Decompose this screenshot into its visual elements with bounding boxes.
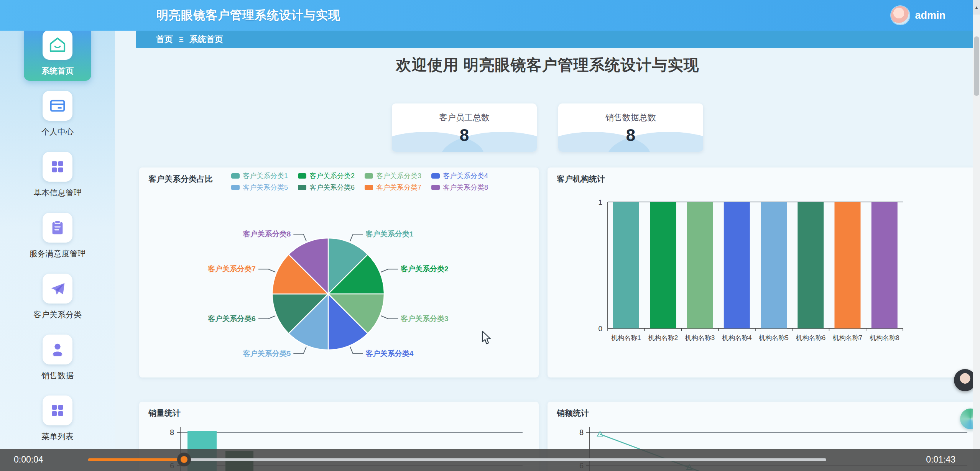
sidebar-item-label: 个人中心 xyxy=(41,126,74,137)
sidebar-item-label: 系统首页 xyxy=(41,66,74,76)
org-bar-chart: 10机构名称1机构名称2机构名称3机构名称4机构名称5机构名称6机构名称7机构名… xyxy=(548,167,976,377)
org-bar-6 xyxy=(835,202,861,328)
breadcrumb-current[interactable]: 系统首页 xyxy=(189,34,223,45)
sidebar-item-label: 菜单列表 xyxy=(41,431,74,442)
legend-item-0[interactable]: 客户关系分类1 xyxy=(231,171,288,181)
pie-label-line xyxy=(293,234,306,241)
pie-chart: 客户关系分类1客户关系分类2客户关系分类3客户关系分类4客户关系分类5客户关系分… xyxy=(139,167,539,377)
sidebar-item-2[interactable]: 基本信息管理 xyxy=(24,148,91,203)
pie-label-7: 客户关系分类8 xyxy=(243,230,291,238)
org-bar-label-1: 机构名称2 xyxy=(648,334,678,341)
y-tick-8: 8 xyxy=(579,428,584,437)
user-avatar[interactable] xyxy=(891,6,909,25)
org-bar-panel: 客户机构统计 10机构名称1机构名称2机构名称3机构名称4机构名称5机构名称6机… xyxy=(548,167,976,377)
legend-item-6[interactable]: 客户关系分类7 xyxy=(365,183,421,192)
legend-item-5[interactable]: 客户关系分类6 xyxy=(298,183,355,192)
pie-label-4: 客户关系分类5 xyxy=(243,350,291,358)
legend-item-3[interactable]: 客户关系分类4 xyxy=(431,171,488,181)
stat-card-sales: 销售数据总数 8 xyxy=(558,103,703,152)
org-bar-label-5: 机构名称6 xyxy=(796,334,825,341)
app-header: 明亮眼镜客户管理系统设计与实现 admin xyxy=(0,0,980,31)
breadcrumb-separator-icon: Ξ xyxy=(179,35,184,44)
sidebar-menu: 系统首页个人中心基本信息管理服务满意度管理客户关系分类销售数据菜单列表 xyxy=(0,31,115,446)
pie-label-line xyxy=(350,347,363,354)
org-bar-5 xyxy=(797,202,824,328)
pie-label-0: 客户关系分类1 xyxy=(365,230,414,238)
org-bar-label-0: 机构名称1 xyxy=(611,334,641,341)
y-tick-8: 8 xyxy=(170,428,174,437)
pie-label-1: 客户关系分类2 xyxy=(400,265,449,273)
org-bar-4 xyxy=(761,202,787,328)
menu-grid-icon xyxy=(43,396,72,425)
stat-card-customers: 客户员工总数 8 xyxy=(392,103,537,152)
stat-value: 8 xyxy=(558,126,703,145)
legend-chip xyxy=(365,185,373,190)
pie-legend: 客户关系分类1客户关系分类2客户关系分类3客户关系分类4客户关系分类5客户关系分… xyxy=(231,171,553,192)
sidebar-item-1[interactable]: 个人中心 xyxy=(24,87,91,142)
sidebar-item-label: 基本信息管理 xyxy=(33,187,82,198)
y-tick-0: 0 xyxy=(598,325,602,333)
breadcrumb: 首页 Ξ 系统首页 xyxy=(136,31,975,48)
stats-row: 客户员工总数 8 销售数据总数 8 xyxy=(115,103,980,152)
video-control-bar: 0:00:04 0:01:43 xyxy=(0,449,980,471)
legend-chip xyxy=(365,173,373,179)
sidebar-item-0[interactable]: 系统首页 xyxy=(24,26,91,81)
clipboard-icon xyxy=(43,213,72,243)
legend-label: 客户关系分类4 xyxy=(443,171,488,181)
scroll-up-icon[interactable]: ▲ xyxy=(973,0,980,15)
user-menu[interactable]: admin xyxy=(891,0,945,31)
org-panel-title: 客户机构统计 xyxy=(557,174,605,184)
sidebar: 系统首页个人中心基本信息管理服务满意度管理客户关系分类销售数据菜单列表 xyxy=(0,31,115,471)
page-scrollbar[interactable]: ▲ xyxy=(973,0,980,471)
legend-item-7[interactable]: 客户关系分类8 xyxy=(431,183,488,192)
sidebar-item-4[interactable]: 客户关系分类 xyxy=(24,270,91,325)
legend-chip xyxy=(431,185,440,190)
legend-label: 客户关系分类7 xyxy=(376,183,421,192)
org-bar-label-7: 机构名称8 xyxy=(869,334,899,341)
pie-label-line xyxy=(381,269,398,272)
breadcrumb-home[interactable]: 首页 xyxy=(156,34,173,45)
legend-chip xyxy=(298,173,306,179)
pie-label-line xyxy=(293,347,306,354)
legend-label: 客户关系分类1 xyxy=(243,171,288,181)
pie-label-line xyxy=(350,234,363,241)
pie-panel: 客户关系分类占比 客户关系分类1客户关系分类2客户关系分类3客户关系分类4客户关… xyxy=(139,167,539,377)
welcome-title: 欢迎使用 明亮眼镜客户管理系统设计与实现 xyxy=(115,54,980,75)
user-name: admin xyxy=(915,10,945,21)
sidebar-item-3[interactable]: 服务满意度管理 xyxy=(24,209,91,264)
org-bar-label-3: 机构名称4 xyxy=(722,334,751,341)
legend-chip xyxy=(231,173,240,179)
legend-item-1[interactable]: 客户关系分类2 xyxy=(298,171,355,181)
video-handle-dot xyxy=(181,456,187,463)
video-progress-fill xyxy=(88,458,184,461)
sidebar-item-label: 服务满意度管理 xyxy=(30,248,86,259)
legend-label: 客户关系分类3 xyxy=(376,171,421,181)
sidebar-item-6[interactable]: 菜单列表 xyxy=(24,392,91,446)
org-bar-3 xyxy=(724,202,750,328)
legend-item-4[interactable]: 客户关系分类5 xyxy=(231,183,288,192)
y-tick-1: 1 xyxy=(598,198,602,206)
pie-label-line xyxy=(381,316,398,319)
main-content: 首页 Ξ 系统首页 欢迎使用 明亮眼镜客户管理系统设计与实现 客户员工总数 8 … xyxy=(115,31,980,471)
video-progress-handle[interactable] xyxy=(177,453,191,466)
video-current-time: 0:00:04 xyxy=(14,455,43,465)
video-progress-track[interactable] xyxy=(88,458,826,461)
app-title: 明亮眼镜客户管理系统设计与实现 xyxy=(156,7,340,23)
legend-label: 客户关系分类8 xyxy=(443,183,488,192)
legend-item-2[interactable]: 客户关系分类3 xyxy=(365,171,421,181)
pie-label-5: 客户关系分类6 xyxy=(207,315,256,323)
org-bar-1 xyxy=(650,202,676,328)
sidebar-item-label: 销售数据 xyxy=(41,370,74,381)
amt-panel-title: 销额统计 xyxy=(557,408,589,418)
legend-label: 客户关系分类2 xyxy=(309,171,355,181)
org-bar-label-4: 机构名称5 xyxy=(758,334,788,341)
org-bar-0 xyxy=(613,202,639,328)
scrollbar-thumb[interactable] xyxy=(974,36,979,96)
video-total-time: 0:01:43 xyxy=(926,455,955,465)
paper-plane-icon xyxy=(43,274,72,304)
sidebar-item-5[interactable]: 销售数据 xyxy=(24,331,91,386)
org-bar-label-6: 机构名称7 xyxy=(832,334,862,341)
qty-panel-title: 销量统计 xyxy=(148,408,181,418)
pie-label-line xyxy=(258,316,275,319)
legend-chip xyxy=(298,185,306,190)
